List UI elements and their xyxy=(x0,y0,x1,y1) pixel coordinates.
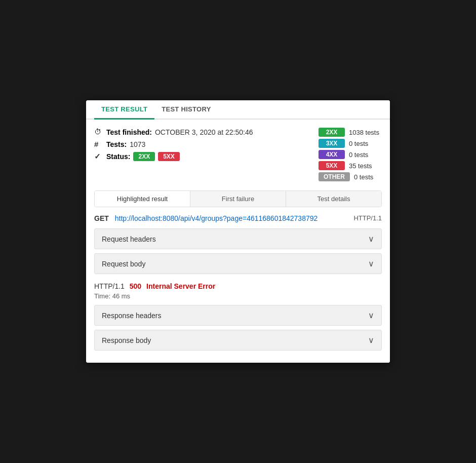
main-window: TEST RESULT TEST HISTORY ⏱ Test finished… xyxy=(86,100,390,363)
clock-icon: ⏱ xyxy=(94,128,103,137)
sub-tab-first-failure[interactable]: First failure xyxy=(190,191,286,207)
response-headers-chevron: ∨ xyxy=(368,311,374,320)
stats-panel: 2XX 1038 tests 3XX 0 tests 4XX 0 tests 5… xyxy=(319,128,382,183)
stat-count-2xx: 1038 tests xyxy=(349,129,379,136)
stat-badge-other: OTHER xyxy=(319,172,350,181)
response-section: HTTP/1.1 500 Internal Server Error Time:… xyxy=(94,282,382,300)
stat-count-other: 0 tests xyxy=(354,173,382,181)
request-line: GET http://localhost:8080/api/v4/groups?… xyxy=(94,214,382,222)
test-finished-value: OCTOBER 3, 2020 at 22:50:46 xyxy=(155,128,253,136)
stat-row-4xx: 4XX 0 tests xyxy=(319,150,382,159)
nav-tabs: TEST RESULT TEST HISTORY xyxy=(86,100,390,120)
content-area: ⏱ Test finished: OCTOBER 3, 2020 at 22:5… xyxy=(86,120,390,363)
stat-row-3xx: 3XX 0 tests xyxy=(319,139,382,148)
stat-row-other: OTHER 0 tests xyxy=(319,172,382,181)
response-message: Internal Server Error xyxy=(146,282,215,290)
header-left: ⏱ Test finished: OCTOBER 3, 2020 at 22:5… xyxy=(94,128,308,164)
response-time-value: 46 ms xyxy=(112,292,130,300)
request-body-collapsible[interactable]: Request body ∨ xyxy=(94,253,382,274)
response-status-line: HTTP/1.1 500 Internal Server Error xyxy=(94,282,382,290)
stat-row-5xx: 5XX 35 tests xyxy=(319,161,382,170)
stat-count-4xx: 0 tests xyxy=(349,151,377,159)
request-headers-chevron: ∨ xyxy=(368,234,374,244)
request-body-chevron: ∨ xyxy=(368,259,374,268)
response-body-chevron: ∨ xyxy=(368,335,374,345)
stat-badge-5xx: 5XX xyxy=(319,161,345,170)
response-protocol: HTTP/1.1 xyxy=(94,282,125,290)
hash-icon: # xyxy=(94,140,103,149)
tests-label: Tests: xyxy=(106,140,127,148)
request-headers-collapsible[interactable]: Request headers ∨ xyxy=(94,228,382,249)
stat-count-5xx: 35 tests xyxy=(349,162,377,170)
request-body-label: Request body xyxy=(102,260,145,268)
sub-tab-highlighted-result[interactable]: Highlighted result xyxy=(95,191,190,207)
test-finished-label: Test finished: xyxy=(106,128,152,136)
sub-tab-test-details[interactable]: Test details xyxy=(286,191,381,207)
stat-badge-3xx: 3XX xyxy=(319,139,345,148)
status-badge-5xx: 5XX xyxy=(158,152,180,161)
test-finished-row: ⏱ Test finished: OCTOBER 3, 2020 at 22:5… xyxy=(94,128,308,137)
request-headers-label: Request headers xyxy=(102,235,156,243)
request-protocol: HTTP/1.1 xyxy=(353,214,382,222)
main-info-section: ⏱ Test finished: OCTOBER 3, 2020 at 22:5… xyxy=(94,128,382,183)
tests-row: # Tests: 1073 xyxy=(94,140,308,149)
response-time: Time: 46 ms xyxy=(94,292,382,300)
stat-badge-4xx: 4XX xyxy=(319,150,345,159)
request-method: GET xyxy=(94,214,109,222)
response-headers-label: Response headers xyxy=(102,312,162,320)
stat-row-2xx: 2XX 1038 tests xyxy=(319,128,382,137)
status-label: Status: xyxy=(106,152,130,161)
tests-value: 1073 xyxy=(130,140,145,148)
stat-badge-2xx: 2XX xyxy=(319,128,345,137)
tab-test-result[interactable]: TEST RESULT xyxy=(94,100,154,120)
sub-tabs: Highlighted result First failure Test de… xyxy=(94,190,382,207)
check-icon: ✓ xyxy=(94,152,103,161)
response-body-collapsible[interactable]: Response body ∨ xyxy=(94,330,382,351)
status-row: ✓ Status: 2XX 5XX xyxy=(94,152,308,161)
response-time-label: Time: xyxy=(94,292,110,300)
status-badge-2xx: 2XX xyxy=(133,152,155,161)
response-headers-collapsible[interactable]: Response headers ∨ xyxy=(94,305,382,326)
response-code: 500 xyxy=(130,282,141,290)
response-body-label: Response body xyxy=(102,336,151,344)
request-url: http://localhost:8080/api/v4/groups?page… xyxy=(115,214,348,222)
tab-test-history[interactable]: TEST HISTORY xyxy=(154,100,218,120)
stat-count-3xx: 0 tests xyxy=(349,140,377,147)
